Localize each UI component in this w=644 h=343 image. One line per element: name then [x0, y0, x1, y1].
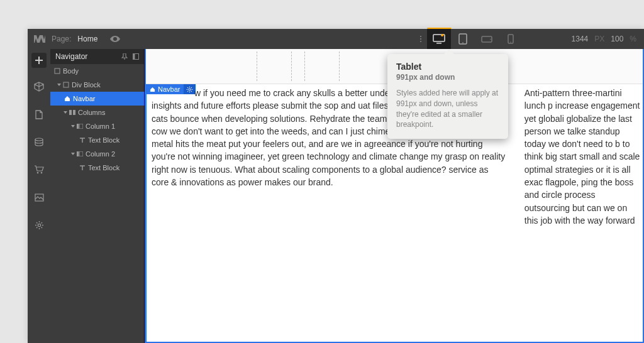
svg-rect-23 [79, 151, 83, 156]
breakpoint-menu-icon[interactable] [414, 29, 427, 49]
breakpoint-tooltip: Tablet 991px and down Styles added here … [387, 54, 508, 139]
topbar-right: 1344 PX 100 % [572, 35, 644, 43]
svg-point-11 [41, 172, 43, 174]
page-name[interactable]: Home [77, 35, 97, 43]
column-divider [512, 84, 519, 342]
tree-label: Text Block [88, 164, 119, 172]
text-icon [79, 165, 86, 171]
breakpoint-phone-landscape[interactable] [475, 29, 499, 49]
unpin-icon[interactable] [121, 53, 128, 60]
add-element-button[interactable] [31, 53, 47, 68]
tree-label: Column 1 [86, 122, 115, 130]
canvas-width-unit: PX [594, 35, 604, 43]
app-window: Page: Home 1344 PX [28, 29, 644, 343]
tree-label: Columns [78, 109, 105, 116]
canvas-column2-text[interactable]: Anti-pattern three-martini lunch p incre… [519, 84, 643, 342]
navigator-tree: Body Div Block Navbar Columns [50, 64, 144, 343]
tree-textblock1[interactable]: Text Block [50, 133, 144, 147]
svg-rect-20 [77, 124, 79, 129]
svg-point-10 [37, 172, 39, 174]
tree-column1[interactable]: Column 1 [50, 119, 144, 133]
navigator-title: Navigator [55, 52, 87, 61]
left-rail [28, 49, 50, 343]
tree-columns[interactable]: Columns [50, 106, 144, 119]
svg-point-13 [38, 224, 40, 226]
home-icon [64, 95, 70, 102]
eye-icon[interactable] [110, 36, 120, 42]
tooltip-title: Tablet [396, 62, 499, 72]
panel-dock-icon[interactable] [133, 53, 139, 60]
tree-label: Text Block [88, 136, 119, 144]
tooltip-subtitle: 991px and down [396, 73, 499, 82]
tree-textblock2[interactable]: Text Block [50, 161, 144, 175]
column-icon [77, 124, 83, 129]
webflow-logo-icon[interactable] [34, 35, 45, 43]
svg-rect-21 [79, 124, 83, 129]
tooltip-description: Styles added here will apply at 991px an… [396, 88, 499, 130]
settings-icon[interactable] [28, 216, 50, 234]
content: Navigator Body Div [28, 49, 644, 343]
chevron-down-icon[interactable] [64, 111, 67, 114]
svg-rect-22 [77, 151, 79, 156]
zoom-value[interactable]: 100 [611, 35, 623, 43]
svg-point-9 [35, 138, 43, 141]
tree-divblock[interactable]: Div Block [50, 78, 144, 92]
chevron-down-icon[interactable] [71, 153, 75, 155]
page-label: Page: [52, 35, 71, 43]
topbar-left: Page: Home [28, 35, 120, 43]
tree-label: Body [63, 67, 79, 75]
svg-point-8 [510, 41, 511, 43]
svg-rect-19 [73, 110, 75, 115]
svg-rect-18 [69, 110, 72, 115]
canvas-width-value[interactable]: 1344 [572, 35, 589, 43]
navigator-panel: Navigator Body Div [50, 49, 145, 343]
breakpoint-phone-portrait[interactable] [499, 29, 523, 49]
symbols-icon[interactable] [28, 78, 50, 95]
chevron-down-icon[interactable] [57, 84, 61, 86]
breakpoint-switcher [414, 29, 523, 49]
svg-rect-15 [133, 54, 135, 60]
topbar: Page: Home 1344 PX [28, 29, 644, 49]
svg-rect-17 [64, 82, 69, 87]
svg-point-6 [490, 38, 491, 40]
tree-column2[interactable]: Column 2 [50, 147, 144, 161]
breakpoint-tablet[interactable] [451, 29, 475, 49]
breakpoint-desktop[interactable] [427, 28, 451, 49]
body-icon [54, 68, 60, 74]
assets-icon[interactable] [28, 188, 50, 206]
tree-label: Column 2 [86, 150, 115, 158]
tree-label: Div Block [72, 81, 101, 89]
zoom-unit: % [630, 35, 636, 43]
chevron-down-icon[interactable] [71, 125, 75, 128]
tree-label: Navbar [73, 95, 95, 102]
pages-icon[interactable] [28, 106, 50, 123]
columns-icon [69, 110, 75, 115]
cms-icon[interactable] [28, 133, 50, 151]
ecommerce-icon[interactable] [28, 161, 50, 178]
column-icon [77, 151, 83, 156]
div-icon [63, 82, 69, 88]
tree-body[interactable]: Body [50, 64, 144, 78]
text-icon [79, 138, 86, 143]
svg-point-4 [462, 42, 464, 43]
svg-rect-16 [55, 68, 60, 74]
svg-rect-1 [436, 43, 441, 44]
tree-navbar[interactable]: Navbar [50, 92, 144, 106]
navigator-header: Navigator [50, 49, 144, 64]
